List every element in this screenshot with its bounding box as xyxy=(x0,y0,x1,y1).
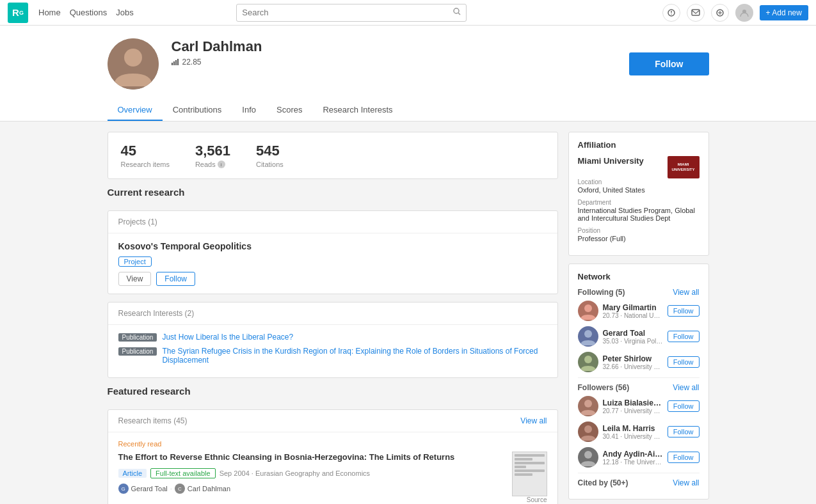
follower-name-1: Luiza Bialasiewicz xyxy=(603,398,663,407)
follow-button-2[interactable]: Follow xyxy=(668,331,700,342)
tab-contributions[interactable]: Contributions xyxy=(163,100,232,121)
article-title[interactable]: The Effort to Reverse Ethnic Cleansing i… xyxy=(118,452,499,463)
projects-header: Projects (1) xyxy=(108,211,557,233)
interest-row-2: Publication The Syrian Refugee Crisis in… xyxy=(118,347,547,365)
stat-citations: 545 Citations xyxy=(256,143,284,168)
person-score-1: 20.73 · National Univ... xyxy=(603,312,663,319)
article-thumbnail xyxy=(512,452,547,496)
followers-person-2: Leila M. Harris 30.41 · University of ..… xyxy=(578,421,700,442)
position-val: Professor (Full) xyxy=(578,235,700,242)
interests-card: Research Interests (2) Publication Just … xyxy=(108,302,558,378)
svg-point-4 xyxy=(671,13,672,15)
profile-info: Carl Dahlman 22.85 xyxy=(172,38,617,67)
featured-header-row: Research items (45) View all xyxy=(108,410,557,432)
network-title: Network xyxy=(578,272,700,281)
location-val: Oxford, United States xyxy=(578,186,700,194)
nav-icon-btn-3[interactable] xyxy=(711,4,729,22)
follow-follower-button-3[interactable]: Follow xyxy=(668,452,700,463)
follow-button-1[interactable]: Follow xyxy=(668,305,700,317)
interest-link-1[interactable]: Just How Liberal Is the Liberal Peace? xyxy=(162,333,293,342)
nav-icon-btn-2[interactable] xyxy=(687,4,705,22)
affiliation-logo: MIAMI UNIVERSITY xyxy=(668,156,700,178)
reads-info-icon[interactable]: i xyxy=(218,161,225,168)
svg-rect-14 xyxy=(175,60,177,65)
author-1[interactable]: Gerard Toal xyxy=(131,485,168,492)
add-new-button[interactable]: + Add new xyxy=(760,5,808,20)
network-card: Network Following (5) View all Mary Gilm… xyxy=(568,264,709,500)
svg-line-1 xyxy=(458,13,460,15)
tab-scores[interactable]: Scores xyxy=(266,100,312,121)
interest-link-2[interactable]: The Syrian Refugee Crisis in the Kurdish… xyxy=(162,347,547,365)
nav-questions[interactable]: Questions xyxy=(70,8,108,17)
author-2[interactable]: Carl Dahlman xyxy=(188,485,230,492)
tag-fulltext: Full-text available xyxy=(150,468,216,478)
person-score-2: 35.03 · Virginia Polyt... xyxy=(603,338,663,345)
search-bar xyxy=(236,4,467,22)
avatar-gerard xyxy=(578,326,598,347)
tab-research-interests[interactable]: Research Interests xyxy=(312,100,403,121)
follower-name-3: Andy Aydin-Aitchison xyxy=(603,450,663,459)
projects-body: Kosovo's Temporal Geopolitics Project Vi… xyxy=(108,233,557,294)
interests-header: Research Interests (2) xyxy=(108,303,557,325)
featured-body: Recently read The Effort to Reverse Ethn… xyxy=(108,432,557,504)
avatar-nav[interactable] xyxy=(735,4,753,22)
position-label: Position xyxy=(578,227,700,234)
follow-follower-button-1[interactable]: Follow xyxy=(668,400,700,412)
profile-header: Carl Dahlman 22.85 Follow Overview Contr… xyxy=(0,26,816,122)
follower-score-1: 20.77 · University of ... xyxy=(603,407,663,414)
person-name-2: Gerard Toal xyxy=(603,329,663,338)
follow-button[interactable]: Follow xyxy=(629,52,708,75)
tag-article: Article xyxy=(118,469,147,478)
avatar-mary xyxy=(578,301,598,321)
project-tag: Project xyxy=(118,256,152,267)
following-view-all[interactable]: View all xyxy=(673,288,699,297)
author-avatar-1: G xyxy=(118,484,129,494)
search-input[interactable] xyxy=(242,8,451,17)
project-view-button[interactable]: View xyxy=(118,272,152,286)
cited-by-view-all[interactable]: View all xyxy=(673,478,699,487)
avatar-peter xyxy=(578,352,598,372)
author-avatar-2: C xyxy=(175,484,185,494)
affiliation-card: Affiliation MIAMI UNIVERSITY Miami Unive… xyxy=(568,132,709,256)
pub-badge-2: Publication xyxy=(118,347,157,356)
project-follow-button[interactable]: Follow xyxy=(156,272,195,286)
follow-button-3[interactable]: Follow xyxy=(668,356,700,368)
featured-research-heading: Featured research xyxy=(108,386,558,397)
tab-info[interactable]: Info xyxy=(232,100,266,121)
followers-view-all[interactable]: View all xyxy=(673,383,699,392)
svg-point-20 xyxy=(584,425,592,433)
projects-card: Projects (1) Kosovo's Temporal Geopoliti… xyxy=(108,210,558,294)
followers-label: Followers (56) xyxy=(578,383,630,392)
project-btn-group: View Follow xyxy=(118,272,547,286)
left-column: 45 Research items 3,561 Reads i 545 Cita… xyxy=(108,132,558,504)
follower-name-2: Leila M. Harris xyxy=(603,424,663,433)
avatar xyxy=(108,38,159,90)
nav-jobs[interactable]: Jobs xyxy=(116,8,133,17)
svg-point-0 xyxy=(454,8,459,13)
featured-item: The Effort to Reverse Ethnic Cleansing i… xyxy=(118,452,547,503)
svg-rect-12 xyxy=(172,63,173,65)
research-meta: Sep 2004 · Eurasian Geography and Econom… xyxy=(220,469,370,477)
featured-items-header: Research items (45) xyxy=(118,416,188,425)
featured-research-card: Research items (45) View all Recently re… xyxy=(108,409,558,504)
svg-rect-5 xyxy=(692,10,700,15)
nav-links: Home Questions Jobs xyxy=(38,8,134,17)
person-name-1: Mary Gilmartin xyxy=(603,303,663,312)
main-content: 45 Research items 3,561 Reads i 545 Cita… xyxy=(95,132,722,504)
tab-overview[interactable]: Overview xyxy=(108,100,163,121)
following-label: Following (5) xyxy=(578,288,625,297)
department-label: Department xyxy=(578,199,700,206)
logo[interactable]: RG xyxy=(8,3,28,23)
nav-icon-btn-1[interactable] xyxy=(662,4,680,22)
divider-2 xyxy=(578,473,700,473)
follow-follower-button-2[interactable]: Follow xyxy=(668,426,700,437)
current-research-heading: Current research xyxy=(108,187,558,198)
follower-score-2: 30.41 · University of ... xyxy=(603,433,663,440)
avatar-andy xyxy=(578,447,598,468)
person-score-3: 32.66 · University of ... xyxy=(603,363,663,370)
svg-rect-13 xyxy=(173,61,175,65)
featured-view-all[interactable]: View all xyxy=(520,416,547,425)
nav-home[interactable]: Home xyxy=(38,8,61,17)
search-icon xyxy=(453,8,461,17)
top-nav: RG Home Questions Jobs xyxy=(0,0,816,26)
